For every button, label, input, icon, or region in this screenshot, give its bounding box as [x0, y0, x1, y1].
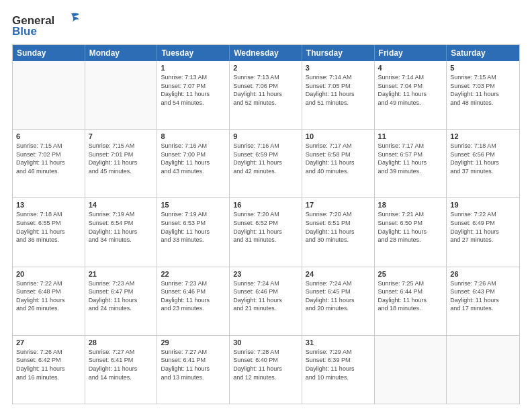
calendar-header-cell: Saturday	[447, 45, 519, 61]
day-info: Sunrise: 7:29 AM Sunset: 6:39 PM Dayligh…	[306, 348, 371, 381]
day-number: 2	[233, 64, 298, 72]
day-number: 3	[306, 64, 371, 72]
calendar-cell: 2Sunrise: 7:13 AM Sunset: 7:06 PM Daylig…	[230, 61, 302, 129]
day-info: Sunrise: 7:17 AM Sunset: 6:58 PM Dayligh…	[306, 142, 371, 175]
day-number: 22	[161, 270, 226, 278]
day-number: 31	[306, 338, 371, 347]
day-info: Sunrise: 7:19 AM Sunset: 6:54 PM Dayligh…	[89, 210, 154, 244]
calendar-cell: 6Sunrise: 7:15 AM Sunset: 7:02 PM Daylig…	[13, 130, 85, 197]
calendar-cell: 9Sunrise: 7:16 AM Sunset: 6:59 PM Daylig…	[230, 130, 302, 197]
calendar-cell: 28Sunrise: 7:27 AM Sunset: 6:41 PM Dayli…	[85, 336, 158, 404]
calendar-cell: 3Sunrise: 7:14 AM Sunset: 7:05 PM Daylig…	[302, 61, 375, 129]
calendar-header-cell: Thursday	[302, 45, 375, 61]
day-info: Sunrise: 7:20 AM Sunset: 6:52 PM Dayligh…	[233, 210, 298, 244]
day-info: Sunrise: 7:25 AM Sunset: 6:44 PM Dayligh…	[378, 279, 443, 313]
day-info: Sunrise: 7:18 AM Sunset: 6:56 PM Dayligh…	[450, 142, 516, 175]
day-number: 28	[89, 338, 154, 347]
calendar-cell: 18Sunrise: 7:21 AM Sunset: 6:50 PM Dayli…	[375, 198, 447, 266]
day-number: 9	[233, 132, 298, 140]
calendar-cell: 29Sunrise: 7:27 AM Sunset: 6:41 PM Dayli…	[157, 336, 230, 404]
day-number: 23	[233, 270, 298, 278]
day-info: Sunrise: 7:24 AM Sunset: 6:46 PM Dayligh…	[233, 279, 298, 313]
calendar-cell	[85, 61, 158, 129]
calendar-header-cell: Sunday	[13, 45, 85, 61]
day-info: Sunrise: 7:18 AM Sunset: 6:55 PM Dayligh…	[16, 210, 81, 244]
calendar-cell: 24Sunrise: 7:24 AM Sunset: 6:45 PM Dayli…	[302, 267, 375, 335]
day-info: Sunrise: 7:16 AM Sunset: 7:00 PM Dayligh…	[161, 142, 226, 175]
calendar-week: 6Sunrise: 7:15 AM Sunset: 7:02 PM Daylig…	[13, 130, 519, 198]
calendar-cell: 15Sunrise: 7:19 AM Sunset: 6:53 PM Dayli…	[157, 198, 230, 266]
day-info: Sunrise: 7:14 AM Sunset: 7:05 PM Dayligh…	[306, 73, 371, 107]
day-number: 19	[450, 201, 516, 209]
day-info: Sunrise: 7:23 AM Sunset: 6:46 PM Dayligh…	[161, 279, 226, 313]
calendar-cell	[447, 336, 519, 404]
calendar-header-cell: Tuesday	[157, 45, 230, 61]
calendar-cell: 20Sunrise: 7:22 AM Sunset: 6:48 PM Dayli…	[13, 267, 85, 335]
day-info: Sunrise: 7:26 AM Sunset: 6:42 PM Dayligh…	[16, 348, 81, 381]
day-number: 26	[450, 270, 516, 278]
calendar-cell: 16Sunrise: 7:20 AM Sunset: 6:52 PM Dayli…	[230, 198, 302, 266]
calendar-cell: 30Sunrise: 7:28 AM Sunset: 6:40 PM Dayli…	[230, 336, 302, 404]
day-info: Sunrise: 7:24 AM Sunset: 6:45 PM Dayligh…	[306, 279, 371, 313]
svg-text:Blue: Blue	[12, 25, 37, 38]
calendar-cell	[13, 61, 85, 129]
day-info: Sunrise: 7:15 AM Sunset: 7:01 PM Dayligh…	[89, 142, 154, 175]
calendar-cell: 10Sunrise: 7:17 AM Sunset: 6:58 PM Dayli…	[302, 130, 375, 197]
day-number: 30	[233, 338, 298, 347]
day-number: 21	[89, 270, 154, 278]
day-number: 5	[450, 64, 516, 72]
day-info: Sunrise: 7:13 AM Sunset: 7:07 PM Dayligh…	[161, 73, 226, 107]
day-info: Sunrise: 7:15 AM Sunset: 7:03 PM Dayligh…	[450, 73, 516, 107]
day-info: Sunrise: 7:21 AM Sunset: 6:50 PM Dayligh…	[378, 210, 443, 244]
calendar-cell: 21Sunrise: 7:23 AM Sunset: 6:47 PM Dayli…	[85, 267, 158, 335]
day-number: 15	[161, 201, 226, 209]
calendar-body: 1Sunrise: 7:13 AM Sunset: 7:07 PM Daylig…	[13, 61, 519, 404]
calendar-cell: 4Sunrise: 7:14 AM Sunset: 7:04 PM Daylig…	[375, 61, 447, 129]
calendar-header: SundayMondayTuesdayWednesdayThursdayFrid…	[13, 45, 519, 61]
day-number: 29	[161, 338, 226, 347]
calendar-header-cell: Wednesday	[230, 45, 302, 61]
day-info: Sunrise: 7:26 AM Sunset: 6:43 PM Dayligh…	[450, 279, 516, 313]
calendar-cell	[375, 336, 447, 404]
calendar-week: 13Sunrise: 7:18 AM Sunset: 6:55 PM Dayli…	[13, 198, 519, 267]
day-number: 12	[450, 132, 516, 140]
calendar-cell: 12Sunrise: 7:18 AM Sunset: 6:56 PM Dayli…	[447, 130, 519, 197]
day-number: 11	[378, 132, 443, 140]
day-number: 27	[16, 338, 81, 347]
day-number: 25	[378, 270, 443, 278]
logo: General Blue	[12, 12, 79, 38]
calendar-week: 27Sunrise: 7:26 AM Sunset: 6:42 PM Dayli…	[13, 336, 519, 404]
calendar: SundayMondayTuesdayWednesdayThursdayFrid…	[12, 44, 520, 404]
calendar-cell: 13Sunrise: 7:18 AM Sunset: 6:55 PM Dayli…	[13, 198, 85, 266]
day-number: 24	[306, 270, 371, 278]
day-info: Sunrise: 7:27 AM Sunset: 6:41 PM Dayligh…	[89, 348, 154, 381]
calendar-cell: 26Sunrise: 7:26 AM Sunset: 6:43 PM Dayli…	[447, 267, 519, 335]
day-info: Sunrise: 7:22 AM Sunset: 6:49 PM Dayligh…	[450, 210, 516, 244]
calendar-cell: 27Sunrise: 7:26 AM Sunset: 6:42 PM Dayli…	[13, 336, 85, 404]
day-info: Sunrise: 7:15 AM Sunset: 7:02 PM Dayligh…	[16, 142, 81, 175]
calendar-cell: 7Sunrise: 7:15 AM Sunset: 7:01 PM Daylig…	[85, 130, 158, 197]
calendar-week: 20Sunrise: 7:22 AM Sunset: 6:48 PM Dayli…	[13, 267, 519, 336]
day-info: Sunrise: 7:23 AM Sunset: 6:47 PM Dayligh…	[89, 279, 154, 313]
calendar-week: 1Sunrise: 7:13 AM Sunset: 7:07 PM Daylig…	[13, 61, 519, 130]
calendar-cell: 8Sunrise: 7:16 AM Sunset: 7:00 PM Daylig…	[157, 130, 230, 197]
calendar-cell: 1Sunrise: 7:13 AM Sunset: 7:07 PM Daylig…	[157, 61, 230, 129]
day-info: Sunrise: 7:27 AM Sunset: 6:41 PM Dayligh…	[161, 348, 226, 381]
day-number: 8	[161, 132, 226, 140]
day-number: 17	[306, 201, 371, 209]
calendar-cell: 19Sunrise: 7:22 AM Sunset: 6:49 PM Dayli…	[447, 198, 519, 266]
calendar-header-cell: Monday	[85, 45, 158, 61]
page: General Blue SundayMondayTuesdayWednesda…	[0, 0, 532, 411]
day-number: 10	[306, 132, 371, 140]
day-number: 13	[16, 201, 81, 209]
day-info: Sunrise: 7:13 AM Sunset: 7:06 PM Dayligh…	[233, 73, 298, 107]
calendar-cell: 17Sunrise: 7:20 AM Sunset: 6:51 PM Dayli…	[302, 198, 375, 266]
day-number: 6	[16, 132, 81, 140]
calendar-cell: 5Sunrise: 7:15 AM Sunset: 7:03 PM Daylig…	[447, 61, 519, 129]
calendar-cell: 25Sunrise: 7:25 AM Sunset: 6:44 PM Dayli…	[375, 267, 447, 335]
day-info: Sunrise: 7:20 AM Sunset: 6:51 PM Dayligh…	[306, 210, 371, 244]
day-number: 20	[16, 270, 81, 278]
day-number: 16	[233, 201, 298, 209]
day-number: 4	[378, 64, 443, 72]
calendar-cell: 31Sunrise: 7:29 AM Sunset: 6:39 PM Dayli…	[302, 336, 375, 404]
